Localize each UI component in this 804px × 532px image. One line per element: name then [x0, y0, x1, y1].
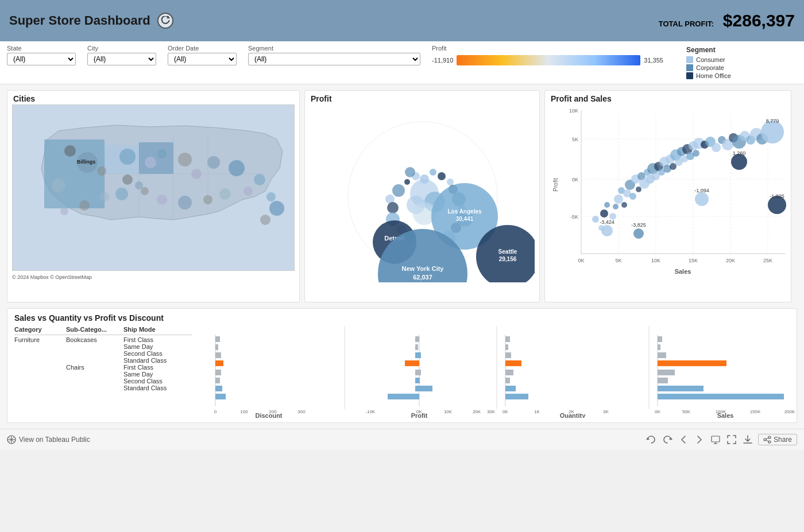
svg-text:15K: 15K	[689, 258, 698, 263]
svg-rect-173	[505, 352, 511, 358]
svg-rect-170	[388, 394, 419, 399]
furniture-chairs-same: Same Day	[14, 371, 192, 378]
map-svg: Billings	[13, 105, 295, 270]
header-left: Super Store Dashboard	[9, 13, 173, 29]
svg-point-15	[229, 160, 245, 176]
svg-point-144	[633, 228, 644, 239]
profit-bubble-title: Profit	[305, 91, 539, 104]
undo-button[interactable]	[645, 434, 657, 445]
svg-point-10	[145, 157, 156, 168]
svg-text:30K: 30K	[487, 409, 496, 414]
profit-label: Profit	[432, 45, 663, 52]
bottom-bars-svg: 0 100 200 300 -10K 0K 10K 20K 30K 0K 1K …	[192, 326, 801, 418]
svg-rect-164	[415, 344, 418, 350]
svg-text:20K: 20K	[726, 258, 735, 263]
refresh-button[interactable]	[157, 13, 173, 29]
forward-button[interactable]	[694, 434, 705, 445]
map-copyright: © 2024 Mapbox © OpenStreetMap	[7, 273, 299, 281]
home-office-label: Home Office	[696, 72, 731, 79]
svg-point-17	[243, 187, 253, 196]
profit-max: 31,355	[644, 57, 663, 64]
svg-point-123	[693, 150, 699, 157]
svg-point-18	[219, 188, 231, 200]
svg-point-101	[629, 193, 636, 200]
state-select[interactable]: (All)	[7, 53, 76, 65]
profit-gradient[interactable]	[457, 55, 640, 65]
cities-title: Cities	[7, 91, 299, 104]
svg-text:Discount: Discount	[255, 412, 282, 418]
fullscreen-button[interactable]	[726, 434, 737, 445]
svg-point-98	[621, 202, 627, 208]
back-button[interactable]	[678, 434, 689, 445]
charts-row: Cities	[7, 90, 797, 302]
map-area[interactable]: Billings	[12, 104, 295, 271]
device-button[interactable]	[710, 434, 721, 445]
corporate-color	[686, 64, 693, 71]
download-button[interactable]	[742, 434, 753, 445]
svg-rect-178	[505, 394, 528, 399]
svg-text:Billings: Billings	[77, 159, 96, 165]
svg-point-8	[97, 166, 106, 176]
redo-button[interactable]	[662, 434, 673, 445]
svg-point-6	[52, 178, 65, 192]
svg-marker-214	[646, 437, 650, 440]
svg-point-20	[178, 196, 192, 209]
segment-legend-title: Segment	[686, 46, 731, 54]
svg-text:Seattle: Seattle	[498, 248, 517, 255]
bottom-section-title: Sales vs Quantity vs Profit vs Discount	[14, 313, 790, 323]
svg-point-29	[266, 192, 276, 201]
svg-rect-216	[712, 436, 720, 442]
share-icon	[763, 436, 771, 444]
svg-text:Quantity: Quantity	[560, 412, 586, 418]
bottom-toolbar: View on Tableau Public Share	[0, 429, 804, 449]
segment-legend: Segment Consumer Corporate Home Office	[686, 46, 731, 80]
furniture-bookcases-second: Second Class	[14, 350, 192, 357]
svg-point-25	[79, 200, 90, 211]
svg-rect-160	[215, 378, 220, 383]
svg-rect-176	[505, 378, 510, 383]
profit-range: -11,910 31,355	[432, 55, 663, 65]
state-label: State	[7, 45, 76, 52]
svg-point-37	[404, 179, 410, 185]
svg-rect-163	[415, 336, 419, 342]
svg-rect-166	[405, 360, 419, 366]
svg-point-41	[392, 184, 405, 197]
home-office-color	[686, 72, 693, 79]
order-date-label: Order Date	[168, 45, 237, 52]
svg-point-27	[122, 174, 133, 185]
svg-point-136	[761, 121, 784, 143]
svg-text:50K: 50K	[682, 409, 691, 414]
svg-text:10K: 10K	[651, 258, 660, 263]
profit-bubble-chart: Profit	[304, 90, 540, 302]
total-profit-section: TOTAL PROFIT: $286,397	[659, 11, 795, 30]
share-button[interactable]: Share	[758, 434, 797, 445]
svg-text:200K: 200K	[784, 409, 795, 414]
share-label: Share	[774, 436, 792, 444]
col-subcat: Sub-Catego...	[66, 326, 123, 333]
order-date-select[interactable]: (All)	[168, 53, 237, 65]
svg-text:150K: 150K	[750, 409, 761, 414]
svg-point-31	[260, 215, 270, 225]
svg-text:-5K: -5K	[570, 214, 578, 220]
furniture-bookcases-first: Furniture Bookcases First Class	[14, 336, 192, 343]
consumer-color	[686, 56, 693, 63]
corporate-label: Corporate	[696, 64, 724, 71]
tableau-public-link[interactable]: View on Tableau Public	[7, 435, 90, 444]
svg-point-142	[601, 225, 613, 236]
svg-rect-162	[215, 394, 226, 399]
dashboard-title: Super Store Dashboard	[9, 13, 150, 28]
svg-text:-3,825: -3,825	[631, 222, 646, 228]
svg-point-103	[636, 187, 641, 192]
segment-select[interactable]: (All)	[248, 53, 420, 65]
tableau-icon	[7, 435, 16, 444]
bottom-table: Category Sub-Catego... Ship Mode Furnitu…	[14, 326, 790, 418]
svg-rect-167	[415, 370, 421, 375]
legend-item-home-office: Home Office	[686, 72, 731, 79]
tableau-link-label: View on Tableau Public	[19, 436, 90, 444]
svg-point-11	[157, 149, 167, 158]
svg-point-12	[178, 153, 192, 166]
svg-point-28	[135, 181, 143, 189]
svg-point-90	[592, 216, 599, 223]
svg-point-96	[614, 195, 623, 204]
city-select[interactable]: (All)	[87, 53, 156, 65]
